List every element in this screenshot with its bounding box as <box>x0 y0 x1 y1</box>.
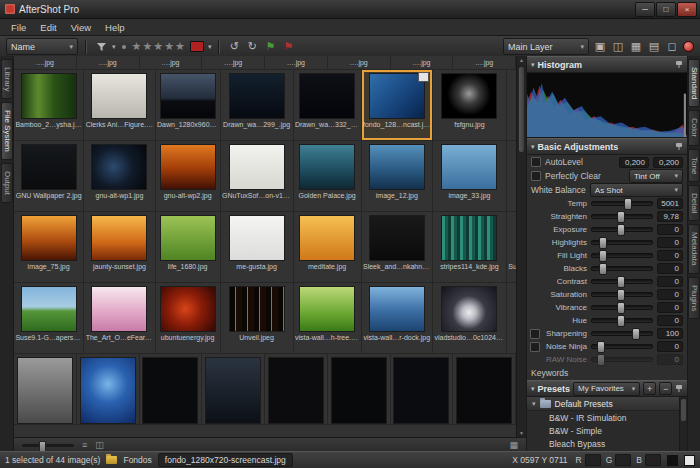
autolevel-low-value[interactable]: 0,200 <box>619 157 649 168</box>
slider-handle[interactable] <box>599 237 607 249</box>
presets-filter-dropdown[interactable]: My Favorites ▾ <box>573 382 640 396</box>
star-icon[interactable]: ★ <box>142 40 153 52</box>
close-button[interactable]: × <box>677 2 697 17</box>
thumbnail-cell[interactable]: Bamboo_2…ysha.jpg <box>14 70 84 141</box>
slider-handle[interactable] <box>597 341 605 353</box>
star-icon[interactable]: ★ <box>153 40 164 52</box>
single-view-icon[interactable]: ▣ <box>593 39 607 55</box>
thumbnail-cell[interactable]: Clerks Ani…Figure.jpg <box>84 70 155 141</box>
collapse-icon[interactable]: ▾ <box>531 385 535 393</box>
panel-tab-tone[interactable]: Tone <box>688 149 700 182</box>
thumbnail-cell[interactable]: fsfgnu.jpg <box>433 70 507 141</box>
filter-chevron-icon[interactable]: ▾ <box>112 43 116 51</box>
temp-slider[interactable] <box>591 201 653 206</box>
thumbnail-cell[interactable]: meditate.jpg <box>294 212 362 283</box>
panel-tab-color[interactable]: Color <box>688 110 700 145</box>
current-folder[interactable]: Fondos <box>123 455 151 465</box>
rotate-right-icon[interactable]: ↻ <box>245 39 259 55</box>
vertical-scrollbar[interactable]: ▲ ▼ <box>516 56 526 437</box>
pin-icon[interactable] <box>675 142 683 151</box>
autolevel-checkbox[interactable] <box>531 157 541 167</box>
thumbnail-cell[interactable] <box>328 354 391 425</box>
sidebar-tab-output[interactable]: Output <box>1 163 13 203</box>
adjust-value[interactable]: 0 <box>657 237 683 248</box>
thumbnail-cell[interactable]: GNuTuxSof…on-v1.jpg <box>221 141 294 212</box>
thumbnail-size-slider[interactable] <box>22 444 74 447</box>
pin-icon[interactable] <box>675 384 683 393</box>
presets-header[interactable]: ▾ Presets My Favorites ▾ + − <box>527 380 687 397</box>
exposure-slider[interactable] <box>591 227 653 232</box>
tint-dropdown[interactable]: Tint Off ▾ <box>629 169 683 183</box>
thumbnail-cell[interactable] <box>202 354 265 425</box>
star-icon[interactable]: ★ <box>164 40 175 52</box>
scrollbar-thumb[interactable] <box>681 399 686 421</box>
thumbnail-cell[interactable]: life_1680.jpg <box>156 212 221 283</box>
contrast-slider[interactable] <box>591 279 653 284</box>
adjust-value[interactable]: 0 <box>657 250 683 261</box>
zero-rating-icon[interactable] <box>122 45 126 49</box>
compare-view-icon[interactable]: ◫ <box>611 39 625 55</box>
saturation-slider[interactable] <box>591 292 653 297</box>
rotate-left-icon[interactable]: ↺ <box>227 39 241 55</box>
adjust-value[interactable]: 0 <box>657 302 683 313</box>
slider-handle[interactable] <box>599 250 607 262</box>
layer-dropdown[interactable]: Main Layer ▾ <box>503 38 589 55</box>
sharpening-slider[interactable] <box>591 331 653 336</box>
adjust-value[interactable]: 0 <box>657 224 683 235</box>
slider-handle[interactable] <box>624 198 632 210</box>
grid-view-icon[interactable]: ▦ <box>509 440 518 450</box>
perfectly-clear-checkbox[interactable] <box>531 171 541 181</box>
slider-handle[interactable] <box>617 276 625 288</box>
blacks-slider[interactable] <box>591 266 653 271</box>
slider-handle[interactable] <box>617 302 625 314</box>
remove-preset-button[interactable]: − <box>659 382 672 395</box>
preset-item-bleach-bypass[interactable]: Bleach Bypass <box>527 437 687 450</box>
preset-item-b-w-simple[interactable]: B&W - Simple <box>527 424 687 437</box>
adjust-value[interactable]: 0 <box>657 315 683 326</box>
thumbnail-cell[interactable]: GNU Wallpaper 2.jpg <box>14 141 84 212</box>
sort-dropdown[interactable]: Name ▾ <box>6 38 78 55</box>
thumbnail-cell[interactable] <box>453 354 516 425</box>
adjust-value[interactable]: 9,78 <box>657 211 683 222</box>
menu-help[interactable]: Help <box>98 22 132 33</box>
thumbnail-cell[interactable]: vista-wall…r-dock.jpg <box>362 283 433 354</box>
thumbnail-cell[interactable] <box>391 354 454 425</box>
adjust-value[interactable]: 0 <box>657 341 683 352</box>
histogram-header[interactable]: ▾ Histogram <box>527 56 687 73</box>
basic-adjustments-header[interactable]: ▾ Basic Adjustments <box>527 138 687 155</box>
sharpening-checkbox[interactable] <box>530 329 540 339</box>
vibrance-slider[interactable] <box>591 305 653 310</box>
flag-pick-icon[interactable]: ⚑ <box>263 39 277 55</box>
thumbnail-cell[interactable]: stripes114_kde.jpg <box>433 212 507 283</box>
pin-icon[interactable] <box>675 60 683 69</box>
adjust-value[interactable]: 5001 <box>657 198 683 209</box>
thumbnail-cell[interactable]: me-gusta.jpg <box>221 212 294 283</box>
slider-handle[interactable] <box>597 354 605 366</box>
thumbnail-cell[interactable]: image_12.jpg <box>362 141 433 212</box>
thumbnail-cell[interactable]: Drawn_wa…332_.jpg <box>294 70 362 141</box>
thumbnail-cell[interactable]: The_Art_O…eFear.jpg <box>84 283 155 354</box>
panel-tab-standard[interactable]: Standard <box>688 59 700 107</box>
scrollbar-thumb[interactable] <box>518 66 525 153</box>
thumbnail-cell[interactable]: ubuntuenergy.jpg <box>156 283 221 354</box>
star-icon[interactable]: ★ <box>175 40 186 52</box>
thumbnail-cell[interactable]: Suse9.1-Bl…papers.jpg <box>507 212 516 283</box>
adjust-value[interactable]: 100 <box>657 328 683 339</box>
thumbnail-cell[interactable]: Dawn_1280x960.jpg <box>156 70 221 141</box>
compare-view-icon[interactable]: ◫ <box>95 440 104 450</box>
thumbnail-cell[interactable]: vista-wall…h-tree.jpg <box>294 283 362 354</box>
background-color-swatch[interactable] <box>667 455 678 466</box>
grid-view-icon[interactable]: ▦ <box>629 39 643 55</box>
filter-icon[interactable] <box>94 39 108 55</box>
menu-file[interactable]: File <box>4 22 33 33</box>
menu-edit[interactable]: Edit <box>33 22 63 33</box>
panel-tab-detail[interactable]: Detail <box>688 185 700 221</box>
slider-handle[interactable] <box>39 441 46 452</box>
thumbnail-cell[interactable]: gnu-alt-wp2.jpg <box>156 141 221 212</box>
foreground-color-swatch[interactable] <box>684 455 695 466</box>
menu-view[interactable]: View <box>64 22 98 33</box>
list-view-icon[interactable]: ▤ <box>647 39 661 55</box>
flag-reject-icon[interactable]: ⚑ <box>281 39 295 55</box>
thumbnail-cell[interactable]: Wallpaper02.jpg <box>507 283 516 354</box>
thumbnail-cell[interactable]: image_59.jpg <box>507 141 516 212</box>
